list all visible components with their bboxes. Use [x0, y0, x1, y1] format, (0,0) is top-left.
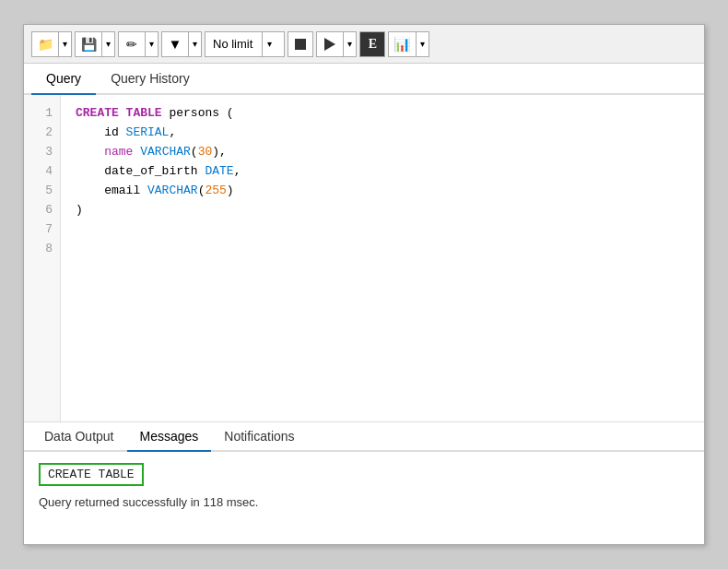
code-line-2: id SERIAL, — [76, 124, 689, 143]
chart-button[interactable]: 📊 — [389, 32, 416, 56]
open-file-button[interactable]: 📁 — [32, 32, 58, 56]
output-panel: CREATE TABLE Query returned successfully… — [24, 452, 704, 544]
run-dropdown[interactable]: ▾ — [316, 31, 357, 57]
open-file-arrow[interactable]: ▾ — [58, 32, 71, 56]
run-button[interactable] — [317, 32, 343, 56]
code-editor: 1 2 3 4 5 6 7 8 CREATE TABLE persons ( i… — [24, 95, 704, 422]
stop-icon — [295, 39, 306, 50]
code-line-1: CREATE TABLE persons ( — [76, 104, 689, 124]
chart-arrow[interactable]: ▾ — [416, 32, 429, 56]
tab-query[interactable]: Query — [31, 64, 96, 95]
chart-icon: 📊 — [393, 36, 411, 53]
play-icon — [324, 38, 335, 51]
explain-button[interactable]: E — [359, 31, 385, 57]
open-file-dropdown[interactable]: 📁 ▾ — [31, 31, 72, 57]
toolbar: 📁 ▾ 💾 ▾ ✏ ▾ ▼ ▾ No limit — [24, 25, 704, 64]
output-tabs-bar: Data Output Messages Notifications — [24, 422, 704, 452]
limit-arrow[interactable]: ▾ — [262, 32, 276, 56]
edit-button[interactable]: ✏ — [119, 32, 145, 56]
chart-dropdown[interactable]: 📊 ▾ — [388, 31, 429, 57]
code-line-4: date_of_birth DATE, — [76, 162, 689, 182]
tab-messages[interactable]: Messages — [127, 422, 212, 452]
code-textarea[interactable]: CREATE TABLE persons ( id SERIAL, name V… — [61, 95, 704, 421]
tab-notifications[interactable]: Notifications — [211, 422, 307, 452]
edit-dropdown[interactable]: ✏ ▾ — [118, 31, 159, 57]
success-message: Query returned successfully in 118 msec. — [39, 495, 689, 509]
save-button[interactable]: 💾 — [76, 32, 101, 56]
filter-arrow[interactable]: ▾ — [188, 32, 201, 56]
run-arrow[interactable]: ▾ — [343, 32, 356, 56]
main-window: 📁 ▾ 💾 ▾ ✏ ▾ ▼ ▾ No limit — [23, 24, 705, 545]
code-line-6: ) — [76, 201, 689, 220]
edit-arrow[interactable]: ▾ — [145, 32, 158, 56]
limit-label: No limit — [213, 37, 252, 51]
limit-selector[interactable]: No limit ▾ — [205, 31, 285, 57]
code-line-5: email VARCHAR(255) — [76, 182, 689, 201]
filter-icon: ▼ — [169, 36, 182, 52]
line-numbers: 1 2 3 4 5 6 7 8 — [24, 95, 61, 421]
code-line-7 — [76, 220, 689, 240]
pen-icon: ✏ — [126, 37, 137, 52]
code-line-8 — [76, 240, 689, 259]
filter-button[interactable]: ▼ — [162, 32, 188, 56]
save-dropdown[interactable]: 💾 ▾ — [75, 31, 115, 57]
create-table-badge: CREATE TABLE — [39, 463, 144, 486]
tab-data-output[interactable]: Data Output — [31, 422, 127, 452]
filter-dropdown[interactable]: ▼ ▾ — [161, 31, 202, 57]
tab-query-history[interactable]: Query History — [96, 64, 205, 95]
save-icon: 💾 — [81, 37, 97, 52]
folder-icon: 📁 — [38, 37, 53, 52]
code-line-3: name VARCHAR(30), — [76, 143, 689, 162]
save-arrow[interactable]: ▾ — [101, 32, 114, 56]
output-content-area: CREATE TABLE Query returned successfully… — [24, 452, 704, 544]
stop-button[interactable] — [288, 31, 313, 57]
explain-icon: E — [369, 37, 377, 52]
editor-tabs-bar: Query Query History — [24, 64, 704, 95]
